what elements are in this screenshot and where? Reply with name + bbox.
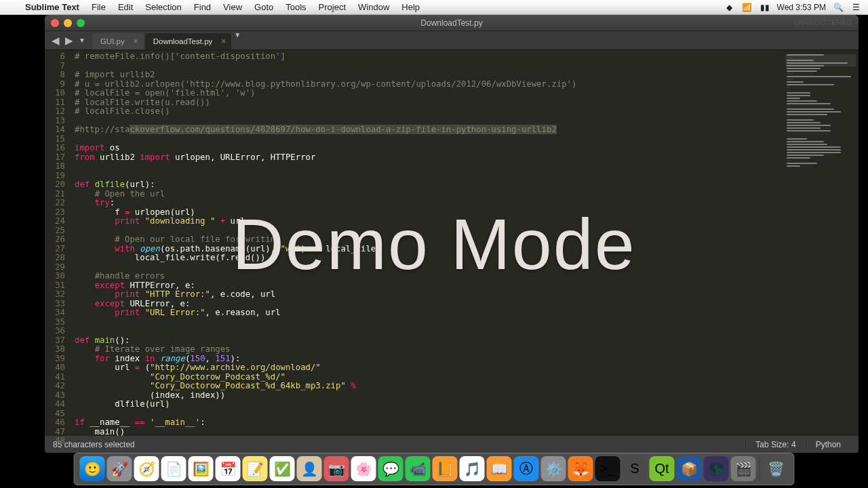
dock-photobooth-icon[interactable]: 📷 [324, 456, 349, 481]
menu-goto[interactable]: Goto [248, 2, 279, 12]
app-menu[interactable]: Sublime Text [19, 0, 85, 15]
menu-edit[interactable]: Edit [112, 2, 139, 12]
dropbox-icon[interactable]: ◆ [724, 2, 735, 13]
tab-downloadtest-py[interactable]: DownloadTest.py× [145, 33, 232, 49]
tab-gui-py[interactable]: GUI.py× [92, 33, 144, 49]
tab-label: GUI.py [100, 37, 125, 45]
status-tabsize[interactable]: Tab Size: 4 [745, 440, 805, 449]
dock-messages-icon[interactable]: 💬 [378, 456, 403, 481]
dock-appstore-icon[interactable]: Ⓐ [514, 456, 539, 481]
overflow-icon[interactable]: ▼ [233, 31, 242, 49]
dock-finder-icon[interactable]: 🙂 [80, 456, 105, 481]
minimap[interactable] [787, 54, 854, 119]
dock-firefox-icon[interactable]: 🦊 [568, 456, 593, 481]
dock-other-icon[interactable]: 🎬 [731, 456, 756, 481]
menu-window[interactable]: Window [352, 2, 395, 12]
zoom-button[interactable] [77, 19, 85, 27]
menu-find[interactable]: Find [188, 2, 217, 12]
dock-sublime-icon[interactable]: S [623, 456, 648, 481]
dock-notes-icon[interactable]: 📝 [243, 456, 268, 481]
minimize-button[interactable] [64, 19, 72, 27]
dock-safari-icon[interactable]: 🧭 [134, 456, 159, 481]
tab-label: DownloadTest.py [153, 37, 213, 45]
macos-menubar: Sublime Text FileEditSelectionFindViewGo… [0, 0, 868, 15]
close-button[interactable] [51, 19, 59, 27]
dock-ibooks-icon[interactable]: 📖 [487, 456, 512, 481]
menu-project[interactable]: Project [313, 2, 352, 12]
menu-help[interactable]: Help [395, 2, 426, 12]
dock-textedit-icon[interactable]: 📄 [161, 456, 186, 481]
dock: 🙂🚀🧭📄🖼️📅📝✅👤📷🌸💬📹📙🎵📖Ⓐ⚙️🦊>_SQt📦🌑🎬🗑️ [74, 453, 795, 485]
menu-selection[interactable]: Selection [139, 2, 187, 12]
titlebar[interactable]: DownloadTest.py UNREGISTERED [45, 15, 859, 31]
dock-qt-icon[interactable]: Qt [650, 456, 675, 481]
dock-itunes-icon[interactable]: 🎵 [460, 456, 485, 481]
status-selection: 85 characters selected [53, 440, 135, 449]
unregistered-label: UNREGISTERED [794, 19, 852, 26]
dock-trash-icon[interactable]: 🗑️ [764, 456, 789, 481]
battery-icon[interactable]: ▮▮ [760, 2, 770, 13]
dock-calendar-icon[interactable]: 📅 [216, 456, 241, 481]
dock-pages-icon[interactable]: 📙 [433, 456, 458, 481]
dock-facetime-icon[interactable]: 📹 [406, 456, 431, 481]
sublime-window: DownloadTest.py UNREGISTERED ◀ ▶ ▼ GUI.p… [45, 15, 859, 453]
window-title: DownloadTest.py [45, 18, 859, 28]
menu-file[interactable]: File [85, 2, 112, 12]
tab-close-icon[interactable]: × [134, 37, 138, 46]
dock-launchpad-icon[interactable]: 🚀 [107, 456, 132, 481]
nav-down-icon[interactable]: ▼ [77, 37, 87, 44]
dock-photos-icon[interactable]: 🌸 [351, 456, 376, 481]
line-gutter: 6789101112131415161718192021222324252627… [45, 50, 71, 435]
editor[interactable]: 6789101112131415161718192021222324252627… [45, 50, 859, 435]
menu-icon[interactable]: ☰ [850, 2, 861, 13]
menu-tools[interactable]: Tools [279, 2, 312, 12]
dock-virtualbox-icon[interactable]: 📦 [677, 456, 702, 481]
dock-terminal-icon[interactable]: >_ [595, 456, 620, 481]
code-area[interactable]: # remoteFile.info()['content-disposition… [71, 50, 859, 435]
tab-bar: ◀ ▶ ▼ GUI.py×DownloadTest.py× ▼ [45, 31, 859, 50]
dock-reminders-icon[interactable]: ✅ [270, 456, 295, 481]
nav-back-icon[interactable]: ◀ [50, 35, 61, 47]
spotlight-icon[interactable]: 🔍 [833, 2, 844, 13]
dock-contacts-icon[interactable]: 👤 [297, 456, 322, 481]
menu-view[interactable]: View [217, 2, 248, 12]
menubar-clock[interactable]: Wed 3:53 PM [777, 3, 826, 12]
status-bar: 85 characters selected Tab Size: 4 Pytho… [45, 435, 859, 453]
dock-preview-icon[interactable]: 🖼️ [189, 456, 214, 481]
wifi-icon[interactable]: 📶 [742, 2, 753, 13]
nav-fwd-icon[interactable]: ▶ [64, 35, 75, 47]
dock-eclipse-icon[interactable]: 🌑 [704, 456, 729, 481]
tab-close-icon[interactable]: × [221, 37, 226, 46]
dock-settings-icon[interactable]: ⚙️ [541, 456, 566, 481]
status-language[interactable]: Python [806, 440, 850, 449]
